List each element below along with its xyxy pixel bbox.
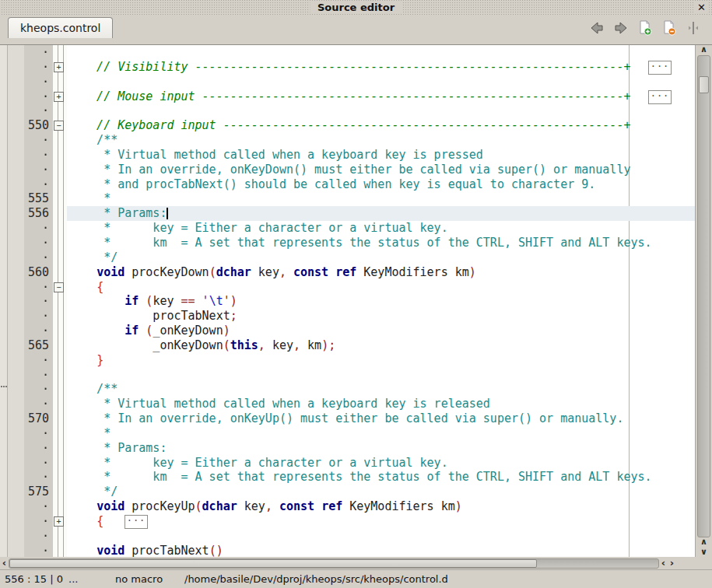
code-line[interactable]	[67, 103, 695, 118]
folded-code-ellipsis[interactable]: ···	[648, 61, 672, 75]
line-number-gutter[interactable]: ·····550····555556···560····565····570··…	[8, 45, 53, 558]
code-line[interactable]: void procKeyUp(dchar key, const ref KeyM…	[67, 499, 695, 514]
code-token: const	[293, 265, 328, 279]
code-line[interactable]: * In an override, onKeyDown() must eithe…	[67, 163, 695, 177]
code-token	[68, 514, 96, 528]
macro-status: no macro	[115, 573, 163, 585]
fold-collapse-icon[interactable]: −	[54, 121, 64, 131]
code-line[interactable]: // Visibility --------------------------…	[67, 60, 695, 75]
code-line[interactable]: * km = A set that represents the status …	[67, 470, 695, 485]
status-dots: ...	[68, 573, 78, 585]
code-token: * key = Either a character or a virtual …	[68, 221, 448, 235]
code-line[interactable]: * key = Either a character or a virtual …	[67, 456, 695, 471]
line-dot: ·	[8, 324, 53, 338]
split-view-icon[interactable]	[686, 20, 701, 36]
line-dot: ·	[8, 75, 53, 89]
vertical-scrollbar[interactable]: ∧ ∧ ∨	[695, 45, 712, 558]
code-line[interactable]: *	[67, 426, 695, 441]
fold-expand-icon[interactable]: +	[54, 62, 64, 72]
left-splitter-strip[interactable]	[0, 45, 8, 558]
code-line[interactable]: _onKeyDown(this, key, km);	[67, 338, 695, 353]
code-token: key	[265, 338, 293, 352]
close-icon[interactable]: ✕	[695, 2, 708, 13]
vertical-scroll-thumb[interactable]	[699, 76, 709, 93]
code-line[interactable]: if (key == '\t')	[67, 294, 695, 309]
line-dot: ·	[8, 103, 53, 118]
code-line[interactable]: * In an override, onKeyUp() must either …	[67, 411, 695, 426]
code-line[interactable]: if (_onKeyDown)	[67, 324, 695, 338]
code-line[interactable]: */	[67, 485, 695, 499]
code-token	[68, 544, 96, 558]
scroll-right-icon[interactable]: ›	[668, 558, 676, 569]
new-document-icon[interactable]	[637, 20, 653, 36]
editor-toolbar	[589, 20, 701, 36]
go-back-icon[interactable]	[589, 20, 605, 36]
titlebar[interactable]: Source editor ✕	[0, 0, 712, 16]
code-token: ,	[293, 338, 300, 352]
line-number: 565	[8, 338, 53, 353]
code-line[interactable]: procTabNext;	[67, 309, 695, 324]
horizontal-scroll-thumb[interactable]	[9, 559, 537, 568]
code-line[interactable]: /**	[67, 133, 695, 148]
horizontal-scroll-track[interactable]	[9, 558, 659, 569]
scroll-left-icon[interactable]: ‹	[659, 558, 668, 569]
close-document-icon[interactable]	[661, 20, 677, 36]
line-dot: ·	[8, 382, 53, 397]
fold-collapse-icon[interactable]: −	[54, 282, 64, 292]
code-line[interactable]	[67, 45, 695, 60]
code-line[interactable]: * and procTabNext() should be called whe…	[67, 177, 695, 192]
code-token: \t	[209, 294, 223, 308]
code-line[interactable]: {	[67, 280, 695, 295]
code-token: ref	[335, 265, 356, 279]
line-dot: ·	[8, 353, 53, 368]
go-forward-icon[interactable]	[613, 20, 629, 36]
code-token: }	[96, 353, 103, 367]
current-code-line[interactable]: * Params:	[67, 206, 695, 221]
code-line[interactable]: void procTabNext()	[67, 544, 695, 558]
folded-code-ellipsis[interactable]: ···	[125, 515, 148, 529]
code-line[interactable]: {···	[67, 514, 695, 529]
code-token: void	[96, 499, 125, 513]
code-line[interactable]: * Virtual method called when a keyboard …	[67, 397, 695, 411]
folded-code-ellipsis[interactable]: ···	[648, 90, 672, 104]
tab-kheops-control[interactable]: kheops.control	[8, 17, 113, 38]
line-dot: ·	[8, 89, 53, 104]
code-line[interactable]: * Params:	[67, 441, 695, 456]
vertical-scroll-track[interactable]	[697, 55, 710, 537]
fold-expand-icon[interactable]: +	[54, 92, 64, 102]
code-token: )	[223, 324, 230, 338]
code-line[interactable]: *	[67, 191, 695, 206]
line-number: 550	[8, 118, 53, 133]
scroll-up-icon[interactable]: ∧	[696, 45, 712, 55]
horizontal-scrollbar[interactable]: ‹ ‹ ›	[0, 557, 712, 569]
code-token: void	[96, 265, 125, 279]
code-token: */	[68, 250, 117, 264]
code-token: */	[68, 485, 117, 499]
caret-position-status: 556 : 15 | 0	[5, 573, 63, 585]
code-line[interactable]: */	[67, 250, 695, 265]
line-number: 560	[8, 265, 53, 280]
splitter-grip-icon[interactable]	[1, 386, 2, 387]
code-line[interactable]: * key = Either a character or a virtual …	[67, 221, 695, 236]
code-line[interactable]	[67, 75, 695, 89]
code-token: ,	[279, 265, 286, 279]
code-line[interactable]: * Virtual method called when a keyboard …	[67, 148, 695, 163]
code-area[interactable]: // Visibility --------------------------…	[67, 45, 695, 558]
code-token: // Visibility --------------------------…	[68, 60, 630, 74]
fold-expand-icon[interactable]: +	[54, 516, 64, 527]
code-line[interactable]	[67, 368, 695, 383]
line-dot: ·	[8, 221, 53, 236]
code-line[interactable]: // Mouse input -------------------------…	[67, 89, 695, 104]
code-line[interactable]: }	[67, 353, 695, 368]
line-number: 556	[8, 206, 53, 221]
code-line[interactable]	[67, 529, 695, 544]
code-line[interactable]: * km = A set that represents the status …	[67, 236, 695, 250]
scroll-left-icon[interactable]: ‹	[0, 558, 9, 569]
code-line[interactable]: /**	[67, 382, 695, 397]
code-token: );	[321, 338, 335, 352]
code-line[interactable]: void procKeyDown(dchar key, const ref Ke…	[67, 265, 695, 280]
code-line[interactable]: // Keyboard input ----------------------…	[67, 118, 695, 133]
code-token: )	[469, 265, 476, 279]
code-token: * Params:	[68, 206, 167, 220]
line-dot: ·	[8, 426, 53, 441]
